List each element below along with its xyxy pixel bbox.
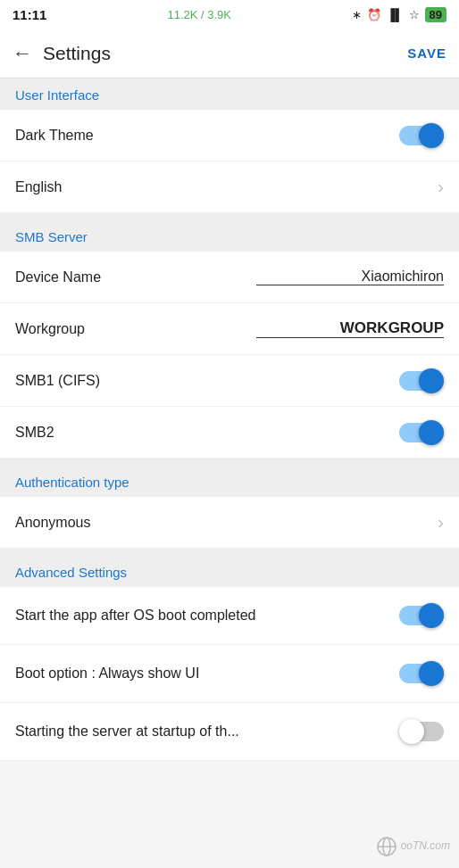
dark-theme-toggle[interactable] (399, 123, 444, 148)
workgroup-row: Workgroup (0, 303, 459, 355)
app-bar: ← Settings SAVE (0, 29, 459, 79)
anonymous-chevron-icon: › (438, 512, 444, 533)
dark-theme-row: Dark Theme (0, 110, 459, 161)
startup-server-label: Starting the server at startup of th... (15, 723, 239, 741)
smb2-toggle[interactable] (399, 420, 444, 445)
boot-option-row: Boot option : Always show UI (0, 645, 459, 703)
boot-option-label: Boot option : Always show UI (15, 665, 199, 683)
language-chevron-icon: › (438, 177, 444, 197)
auto-start-toggle[interactable] (399, 603, 444, 628)
auto-start-row: Start the app after OS boot completed (0, 587, 459, 645)
auto-start-label: Start the app after OS boot completed (15, 607, 256, 625)
status-time: 11:11 (13, 7, 46, 22)
workgroup-input[interactable] (256, 319, 444, 338)
signal-icon: ▐▌ (387, 8, 403, 21)
smb1-label: SMB1 (CIFS) (15, 373, 100, 389)
startup-server-toggle[interactable] (399, 719, 444, 744)
section-header-advanced-settings: Advanced Settings (0, 556, 459, 587)
battery-level: 89 (425, 7, 446, 22)
dark-theme-label: Dark Theme (15, 128, 94, 144)
save-button[interactable]: SAVE (407, 45, 446, 61)
section-header-auth-type: Authentication type (0, 466, 459, 497)
section-header-smb-server: SMB Server (0, 220, 459, 252)
smb2-row: SMB2 (0, 407, 459, 459)
device-name-input[interactable] (256, 269, 444, 285)
smb1-toggle[interactable] (399, 368, 444, 393)
smb1-row: SMB1 (CIFS) (0, 355, 459, 407)
back-button[interactable]: ← (13, 42, 32, 65)
anonymous-label: Anonymous (15, 515, 91, 531)
svg-point-0 (378, 838, 396, 856)
section-header-user-interface: User Interface (0, 79, 459, 110)
boot-option-toggle[interactable] (399, 661, 444, 686)
anonymous-row[interactable]: Anonymous › (0, 497, 459, 549)
alarm-icon: ⏰ (367, 8, 381, 21)
status-network: 11.2K / 3.9K (167, 8, 231, 21)
page-title: Settings (43, 43, 407, 64)
watermark: ooTN.com (376, 836, 450, 857)
language-label: English (15, 179, 62, 195)
workgroup-label: Workgroup (15, 321, 85, 337)
bluetooth-icon: ∗ (352, 8, 362, 21)
wifi-icon: ☆ (409, 8, 420, 21)
language-row[interactable]: English › (0, 161, 459, 213)
status-icons: ∗ ⏰ ▐▌ ☆ 89 (352, 7, 446, 22)
status-bar: 11:11 11.2K / 3.9K ∗ ⏰ ▐▌ ☆ 89 (0, 0, 459, 29)
device-name-row: Device Name (0, 252, 459, 303)
svg-point-1 (383, 838, 390, 856)
smb2-label: SMB2 (15, 425, 54, 441)
device-name-label: Device Name (15, 269, 101, 285)
startup-server-row: Starting the server at startup of th... (0, 703, 459, 761)
